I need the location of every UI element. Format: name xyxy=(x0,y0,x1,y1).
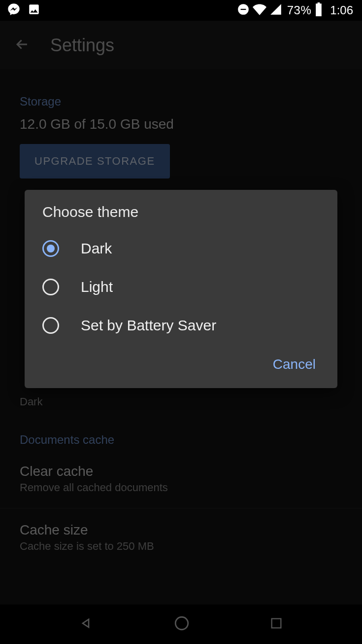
radio-unselected-icon xyxy=(42,279,59,295)
radio-unselected-icon xyxy=(42,317,59,334)
cache-size-title: Cache size xyxy=(20,522,342,538)
back-icon[interactable] xyxy=(14,36,31,55)
svg-point-2 xyxy=(176,617,189,630)
clear-cache-subtitle: Remove all cached documents xyxy=(20,481,342,494)
battery-icon xyxy=(314,2,323,18)
photos-icon xyxy=(28,3,40,18)
radio-selected-icon xyxy=(42,240,59,257)
wifi-icon xyxy=(253,2,266,18)
upgrade-storage-button[interactable]: UPGRADE STORAGE xyxy=(20,144,170,179)
nav-back-icon[interactable] xyxy=(79,615,95,633)
cache-size-item[interactable]: Cache size Cache size is set to 250 MB xyxy=(20,513,342,562)
status-bar: 73% 1:06 xyxy=(0,0,362,21)
theme-option-label: Dark xyxy=(81,240,112,257)
storage-header: Storage xyxy=(20,95,342,108)
status-time: 1:06 xyxy=(330,3,353,17)
svg-rect-1 xyxy=(240,9,246,10)
theme-option-label: Light xyxy=(81,279,113,295)
cache-size-subtitle: Cache size is set to 250 MB xyxy=(20,540,342,553)
theme-option-light[interactable]: Light xyxy=(25,268,337,306)
page-title: Settings xyxy=(50,35,114,56)
cell-signal-icon xyxy=(269,3,282,18)
system-nav-bar xyxy=(0,605,362,644)
documents-cache-header: Documents cache xyxy=(20,433,342,447)
nav-home-icon[interactable] xyxy=(173,615,190,634)
dialog-title: Choose theme xyxy=(25,204,337,229)
messenger-icon xyxy=(7,2,21,18)
clear-cache-item[interactable]: Clear cache Remove all cached documents xyxy=(20,455,342,503)
app-bar: Settings xyxy=(0,21,362,70)
theme-option-battery-saver[interactable]: Set by Battery Saver xyxy=(25,306,337,345)
theme-option-label: Set by Battery Saver xyxy=(81,317,216,334)
divider xyxy=(0,508,362,508)
dnd-icon xyxy=(237,3,250,18)
battery-percent: 73% xyxy=(287,3,312,17)
theme-current-value: Dark xyxy=(20,395,342,408)
theme-option-dark[interactable]: Dark xyxy=(25,229,337,268)
choose-theme-dialog: Choose theme Dark Light Set by Battery S… xyxy=(25,190,337,388)
clear-cache-title: Clear cache xyxy=(20,464,342,479)
storage-usage: 12.0 GB of 15.0 GB used xyxy=(20,116,342,132)
svg-rect-3 xyxy=(271,619,281,628)
cancel-button[interactable]: Cancel xyxy=(265,352,324,377)
nav-recent-icon[interactable] xyxy=(269,616,283,632)
